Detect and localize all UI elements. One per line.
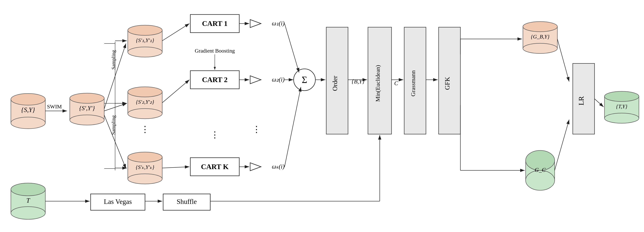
cartk-label: CART K xyxy=(201,162,228,171)
svg-point-17 xyxy=(128,87,162,97)
c-label: C xyxy=(394,80,398,86)
dots-arrows: ⋮ xyxy=(252,124,261,134)
svg-point-20 xyxy=(128,174,162,184)
gc-cylinder: G_C xyxy=(526,150,555,190)
sy-cylinder: {S,Y} xyxy=(11,94,45,129)
ty-cylinder: {T,Y} xyxy=(604,91,639,123)
shuffle-box: Shuffle xyxy=(163,194,210,210)
spyp-label: {S′,Y′} xyxy=(79,105,95,112)
w1-label: ω₁(i) xyxy=(272,20,284,27)
gradient-boosting-label: Gradient Boosting xyxy=(195,48,235,54)
svg-point-21 xyxy=(128,152,162,162)
sy-label: {S,Y} xyxy=(21,106,35,114)
gfk-box: GFK xyxy=(439,27,460,134)
lr-to-ty xyxy=(594,99,604,107)
gby-cylinder: {G_B,Y} xyxy=(523,22,557,54)
order-label: Order xyxy=(331,76,338,91)
skyk-cylinder: {S′ₖ,Y′ₖ} xyxy=(128,152,162,184)
cartk-box: CART K xyxy=(190,158,239,176)
spyp-to-s2y2 xyxy=(104,103,127,111)
svg-point-37 xyxy=(11,183,45,196)
svg-point-25 xyxy=(523,22,557,32)
by-label: {B,Y} xyxy=(352,78,364,85)
gc-label: G_C xyxy=(535,166,546,173)
lr-box: LR xyxy=(573,64,594,134)
svg-point-24 xyxy=(523,43,557,54)
cart2-box: CART 2 xyxy=(190,71,239,89)
lasvegas-box: Las Vegas xyxy=(91,194,145,210)
svg-point-8 xyxy=(70,115,104,125)
gby-label: {G_B,Y} xyxy=(531,34,550,40)
svg-point-28 xyxy=(526,170,555,190)
dots-cylinders: ⋮ xyxy=(141,124,149,134)
wk-to-sigma xyxy=(284,87,301,167)
sampling1-label: Sampling xyxy=(110,50,116,70)
svg-point-4 xyxy=(11,117,45,129)
s1y1-label: {S′₁,Y′₁} xyxy=(136,37,154,43)
sampling2-label: Sampling xyxy=(110,115,116,135)
t-cylinder: T xyxy=(11,183,45,219)
main-diagram: {S,Y} {S′,Y′} {S′₁,Y′₁} {S′₂,Y′₂} xyxy=(0,0,644,232)
svg-point-13 xyxy=(128,25,162,35)
svg-point-33 xyxy=(604,91,639,102)
grassmann-label: Grassmann xyxy=(410,70,416,96)
svg-point-5 xyxy=(11,94,45,105)
spyp-cylinder: {S′,Y′} xyxy=(70,93,104,125)
w1-to-sigma xyxy=(284,24,299,72)
diagram-container: {S,Y} {S′,Y′} {S′₁,Y′₁} {S′₂,Y′₂} xyxy=(0,0,644,232)
svg-point-36 xyxy=(11,206,45,219)
w1-arrow-shape xyxy=(250,20,261,28)
gfk-label: GFK xyxy=(444,77,451,90)
ty-label: {T,Y} xyxy=(616,103,628,109)
wk-arrow-shape xyxy=(250,163,261,171)
t-label: T xyxy=(26,197,30,204)
lasvegas-label: Las Vegas xyxy=(104,198,132,205)
svg-point-9 xyxy=(70,93,104,103)
swim-label: SWIM xyxy=(47,104,62,110)
gby-to-lr xyxy=(557,39,569,82)
w2-label: ω₂(i) xyxy=(272,76,284,83)
s2y2-to-cart2 xyxy=(162,80,190,103)
gc-to-lr xyxy=(555,120,569,170)
skyk-to-cartk xyxy=(162,167,190,168)
w2-arrow-shape xyxy=(250,76,261,84)
sigma-label: Σ xyxy=(302,75,307,85)
dots-carts: ⋮ xyxy=(210,130,219,140)
svg-point-12 xyxy=(128,47,162,57)
grassmann-box: Grassmann xyxy=(404,27,426,134)
order-box: Order xyxy=(326,27,348,134)
wk-label: ωₖ(i) xyxy=(272,163,284,170)
svg-point-32 xyxy=(604,113,639,123)
cart1-label: CART 1 xyxy=(202,20,228,28)
svg-point-16 xyxy=(128,108,162,119)
cart2-label: CART 2 xyxy=(202,76,228,84)
lr-label: LR xyxy=(577,96,585,105)
s2y2-cylinder: {S′₂,Y′₂} xyxy=(128,87,162,119)
s1y1-to-cart1 xyxy=(162,24,190,41)
mineuclidean-label: Min(Euclidean) xyxy=(374,65,381,102)
cart1-box: CART 1 xyxy=(190,14,239,32)
shuffle-label: Shuffle xyxy=(176,198,197,205)
s2y2-label: {S′₂,Y′₂} xyxy=(136,99,154,105)
mineuclidean-box: Min(Euclidean) xyxy=(368,27,392,134)
skyk-label: {S′ₖ,Y′ₖ} xyxy=(136,164,154,170)
s1y1-cylinder: {S′₁,Y′₁} xyxy=(128,25,162,57)
